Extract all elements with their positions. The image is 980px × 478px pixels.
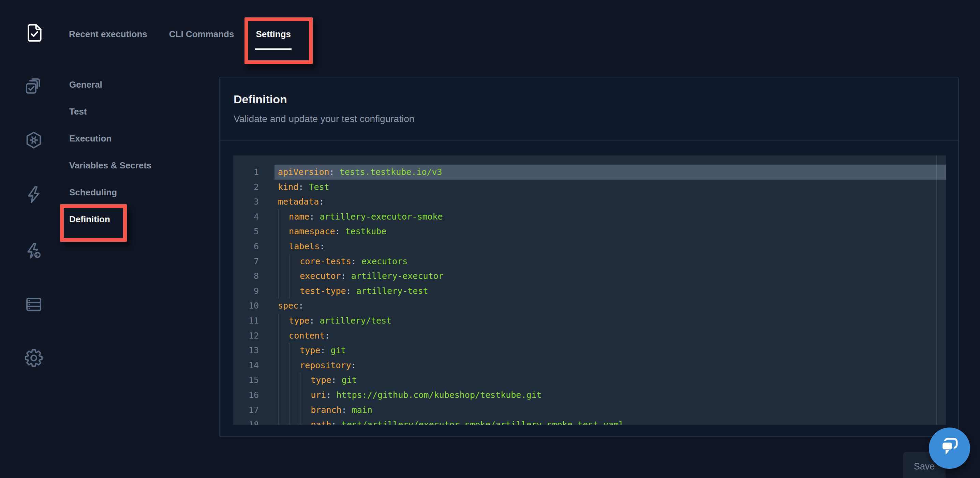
code-line[interactable]: 13type: git	[233, 343, 946, 358]
indent-guide	[278, 284, 289, 299]
menu-item-definition[interactable]: Definition	[69, 215, 151, 224]
yaml-value: main	[347, 403, 372, 418]
indent-guide	[278, 239, 289, 254]
yaml-colon: :	[309, 209, 314, 224]
code-content: type: git	[275, 343, 946, 358]
yaml-key: labels	[289, 239, 320, 254]
code-line[interactable]: 8executor: artillery-executor	[233, 269, 946, 284]
indent-guide	[300, 373, 311, 387]
yaml-colon: :	[346, 284, 351, 299]
code-content: content:	[275, 328, 946, 343]
yaml-key: apiVersion	[278, 165, 329, 179]
menu-item-execution[interactable]: Execution	[69, 134, 151, 143]
tab-bar: Recent executionsCLI CommandsSettings	[69, 30, 291, 38]
line-number: 3	[233, 194, 275, 209]
code-line[interactable]: 6labels:	[233, 239, 946, 254]
tests-icon[interactable]	[24, 77, 43, 96]
menu-item-scheduling[interactable]: Scheduling	[69, 188, 151, 197]
yaml-key: spec	[278, 299, 298, 313]
code-content: name: artillery-executor-smoke	[275, 209, 946, 224]
yaml-key: branch	[311, 403, 341, 418]
code-content: labels:	[275, 239, 946, 254]
webhooks-icon[interactable]	[24, 242, 43, 261]
tab-settings[interactable]: Settings	[256, 30, 291, 38]
yaml-key: kind	[278, 179, 298, 195]
triggers-icon[interactable]	[24, 185, 43, 204]
yaml-colon: :	[326, 387, 331, 403]
line-number: 2	[233, 179, 275, 195]
indent-guide	[278, 313, 289, 328]
yaml-colon: :	[351, 358, 356, 373]
tab-cli-commands[interactable]: CLI Commands	[169, 30, 234, 38]
code-line[interactable]: 9test-type: artillery-test	[233, 284, 946, 299]
code-line[interactable]: 14repository:	[233, 358, 946, 373]
line-number: 12	[233, 328, 275, 343]
line-number: 9	[233, 284, 275, 299]
menu-item-general[interactable]: General	[69, 80, 151, 89]
indent-guide	[278, 417, 289, 425]
indent-guide	[289, 284, 300, 299]
indent-guide	[278, 269, 289, 284]
code-line[interactable]: 4name: artillery-executor-smoke	[233, 209, 946, 224]
settings-menu: GeneralTestExecutionVariables & SecretsS…	[69, 80, 151, 242]
chat-launcher-button[interactable]	[929, 427, 970, 469]
indent-guide	[278, 209, 289, 224]
indent-guide	[289, 417, 300, 425]
code-line[interactable]: 2kind: Test	[233, 179, 946, 195]
code-line[interactable]: 3metadata:	[233, 194, 946, 209]
yaml-colon: :	[342, 403, 347, 418]
code-content: type: git	[275, 373, 946, 387]
indent-guide	[278, 254, 289, 269]
code-line[interactable]: 11type: artillery/test	[233, 313, 946, 328]
executors-icon[interactable]	[24, 131, 43, 150]
yaml-key: core-tests	[300, 254, 351, 269]
yaml-colon: :	[351, 254, 356, 269]
indent-guide	[278, 403, 289, 418]
yaml-value: git	[337, 373, 357, 387]
editor-scrollbar[interactable]	[936, 156, 946, 425]
line-number: 17	[233, 403, 275, 418]
tab-recent-executions[interactable]: Recent executions	[69, 30, 147, 38]
definition-panel: Definition Validate and update your test…	[219, 77, 959, 437]
code-line[interactable]: 16uri: https://github.com/kubeshop/testk…	[233, 387, 946, 403]
yaml-editor[interactable]: 1apiVersion: tests.testkube.io/v32kind: …	[233, 156, 946, 425]
code-line[interactable]: 10spec:	[233, 299, 946, 313]
code-content: test-type: artillery-test	[275, 284, 946, 299]
line-number: 18	[233, 417, 275, 425]
indent-guide	[300, 417, 311, 425]
code-line[interactable]: 1apiVersion: tests.testkube.io/v3	[233, 165, 946, 179]
yaml-colon: :	[298, 299, 304, 313]
indent-guide	[278, 358, 289, 373]
code-line[interactable]: 17branch: main	[233, 403, 946, 418]
menu-item-test[interactable]: Test	[69, 107, 151, 116]
code-line[interactable]: 12content:	[233, 328, 946, 343]
yaml-colon: :	[309, 313, 314, 328]
line-number: 1	[233, 165, 275, 179]
code-line[interactable]: 5namespace: testkube	[233, 224, 946, 239]
code-content: repository:	[275, 358, 946, 373]
yaml-key: type	[311, 373, 331, 387]
menu-item-variables-secrets[interactable]: Variables & Secrets	[69, 161, 151, 170]
yaml-colon: :	[319, 194, 324, 209]
panel-title: Definition	[234, 92, 958, 106]
code-line[interactable]: 15type: git	[233, 373, 946, 387]
indent-guide	[289, 343, 300, 358]
yaml-key: path	[311, 417, 331, 425]
code-line[interactable]: 7core-tests: executors	[233, 254, 946, 269]
yaml-colon: :	[335, 224, 340, 239]
yaml-value: artillery-executor	[346, 269, 444, 284]
yaml-value: artillery-test	[351, 284, 428, 299]
code-content: namespace: testkube	[275, 224, 946, 239]
yaml-key: type	[300, 343, 320, 358]
line-number: 8	[233, 269, 275, 284]
code-content: uri: https://github.com/kubeshop/testkub…	[275, 387, 946, 403]
sources-icon[interactable]	[24, 295, 43, 314]
settings-gear-icon[interactable]	[24, 348, 43, 368]
yaml-key: test-type	[300, 284, 346, 299]
code-line[interactable]: 18path: test/artillery/executor-smoke/ar…	[233, 417, 946, 425]
code-content: core-tests: executors	[275, 254, 946, 269]
yaml-value: artillery/test	[314, 313, 391, 328]
line-number: 10	[233, 299, 275, 313]
yaml-key: uri	[311, 387, 326, 403]
line-number: 15	[233, 373, 275, 387]
